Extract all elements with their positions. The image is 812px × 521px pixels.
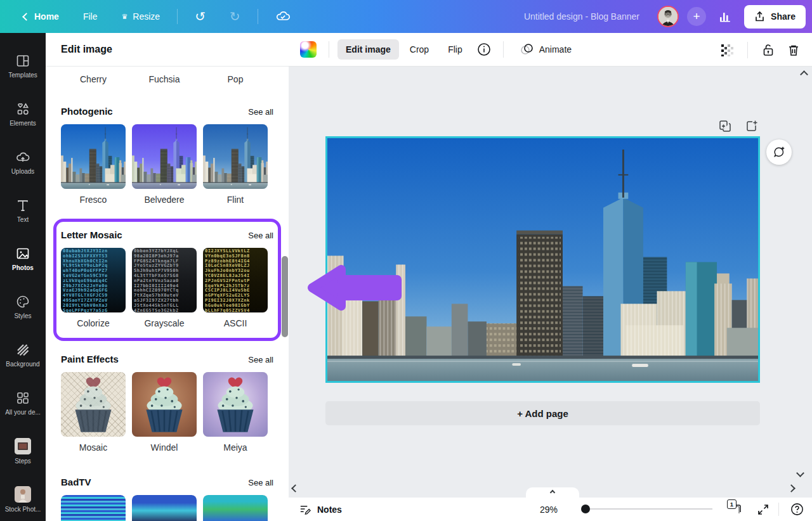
fullscreen-button[interactable] (752, 498, 775, 521)
zoom-slider-handle[interactable] (581, 505, 590, 513)
section-header-paint-effects: Paint Effects See all (61, 354, 273, 364)
filter-label: Mosaic (61, 442, 126, 453)
sidebar-item-background[interactable]: Background (0, 331, 46, 379)
scroll-right-chevron[interactable] (787, 484, 796, 492)
sidebar-label: Background (6, 361, 39, 368)
crop-button[interactable]: Crop (402, 39, 437, 60)
filter-thumbnail-colorize[interactable]: 08ubabJtXJY3Izn ohbI2S3XFXXYT53 XhnuXbXG… (61, 248, 126, 312)
sidebar-label: Styles (14, 312, 31, 319)
sidebar-item-elements[interactable]: Elements (0, 90, 46, 138)
section-title: Photogenic (61, 106, 113, 117)
home-button[interactable]: Home (11, 0, 71, 33)
panel-scrollbar[interactable] (282, 256, 288, 337)
scroll-up-chevron[interactable] (800, 70, 808, 79)
sidebar-item-text[interactable]: Text (0, 186, 46, 235)
scroll-down-chevron[interactable] (796, 469, 804, 477)
expand-panel-notch[interactable] (526, 487, 579, 498)
transparency-button[interactable] (716, 39, 738, 61)
filter-thumbnail-mosaic[interactable] (61, 372, 126, 437)
sidebar-item-uploads[interactable]: Uploads (0, 138, 46, 186)
sidebar-item-photos[interactable]: Photos (0, 235, 46, 283)
canvas-area[interactable]: + Add page (289, 67, 812, 498)
sidebar-item-styles[interactable]: Styles (0, 283, 46, 331)
filter-label[interactable]: Cherry (61, 74, 126, 84)
filter-label[interactable]: Pop (203, 74, 268, 84)
add-member-button[interactable]: + (687, 7, 706, 26)
filter-thumbnail-grayscale[interactable]: 0bben3YZ7bYJXqL 98a20I8P3ehJ97a FPG8SZ4T… (132, 248, 197, 312)
filter-thumbnail-fresco[interactable] (61, 124, 126, 189)
sidebar-label: Uploads (11, 168, 35, 175)
see-all-link[interactable]: See all (248, 231, 273, 240)
animate-label: Animate (539, 44, 572, 55)
zoom-percentage: 29% (528, 498, 558, 521)
animate-button[interactable]: Animate (512, 38, 580, 61)
resize-label: Resize (133, 11, 160, 22)
lock-button[interactable] (757, 39, 779, 61)
avatar[interactable] (657, 6, 679, 27)
file-menu-button[interactable]: File (71, 0, 110, 33)
add-page-button[interactable]: + Add page (325, 401, 760, 425)
file-label: File (83, 11, 98, 22)
share-upload-icon (754, 11, 765, 22)
scroll-left-chevron[interactable] (291, 484, 299, 492)
filter-label: Colorize (61, 318, 126, 328)
filter-label: Belvedere (132, 195, 197, 205)
sidebar-label: Elements (10, 120, 36, 127)
page-manager-button[interactable]: 1 (724, 498, 747, 521)
undo-button[interactable]: ↺ (183, 0, 218, 33)
comment-button[interactable] (766, 139, 792, 165)
top-bar: Home File ♛ Resize ↺ ↻ Untitled design -… (0, 0, 812, 33)
filter-thumbnail-badtv-1[interactable] (61, 495, 126, 521)
filter-label: Grayscale (132, 318, 197, 328)
see-all-link[interactable]: See all (248, 478, 273, 487)
filter-thumbnail-badtv-2[interactable] (132, 495, 197, 521)
back-chevron-icon (22, 13, 30, 21)
home-label: Home (34, 11, 59, 22)
filter-thumbnail-flint[interactable] (203, 124, 268, 189)
sidebar-label: Stock Phot... (5, 506, 41, 513)
resize-button[interactable]: ♛ Resize (109, 0, 172, 33)
divider (747, 42, 748, 58)
see-all-link[interactable]: See all (248, 355, 273, 364)
panel-title: Edit image (46, 33, 289, 67)
notes-button[interactable]: Notes (299, 498, 342, 521)
stock-photos-app-icon (15, 486, 31, 503)
context-toolbar: Edit image Crop Flip Animate (289, 33, 812, 67)
delete-button[interactable] (783, 39, 804, 61)
sidebar-item-stock-photos[interactable]: Stock Phot... (0, 475, 46, 521)
filter-thumbnail-meiya[interactable] (203, 372, 268, 437)
cloud-save-status-icon[interactable] (263, 0, 303, 33)
divider (503, 41, 504, 58)
color-filter-swatch[interactable] (300, 41, 317, 58)
sidebar-label: Text (17, 216, 29, 223)
share-button[interactable]: Share (744, 5, 806, 29)
section-header-photogenic: Photogenic See all (61, 106, 273, 117)
filter-label[interactable]: Fuchsia (132, 74, 197, 84)
see-all-link[interactable]: See all (248, 107, 273, 117)
zoom-slider[interactable] (582, 508, 712, 510)
sidebar-label: All your de... (5, 409, 41, 416)
filter-thumbnail-ascii[interactable]: 0I2JXYSLLVVktLZ VYn0bqE3oSJF8n8 Pz89zobh… (203, 248, 268, 312)
flip-button[interactable]: Flip (440, 39, 471, 60)
design-title[interactable]: Untitled design - Blog Banner (524, 0, 639, 33)
filter-thumbnail-badtv-3[interactable] (203, 495, 268, 521)
filter-thumbnail-belvedere[interactable] (132, 124, 197, 189)
filter-label: Meiya (203, 442, 268, 453)
filter-label: Windel (132, 442, 197, 453)
help-button[interactable] (785, 498, 808, 521)
sidebar-item-steps[interactable]: Steps (0, 427, 46, 475)
filter-thumbnail-windel[interactable] (132, 372, 197, 437)
sidebar-label: Templates (8, 72, 37, 79)
section-header-badtv: BadTV See all (61, 477, 273, 487)
duplicate-page-button[interactable] (717, 119, 733, 134)
photos-icon (15, 246, 30, 261)
edit-image-panel: Edit image Cherry Fuchsia Pop Photogenic… (46, 33, 289, 521)
sidebar-item-templates[interactable]: Templates (0, 42, 46, 90)
edit-image-tab[interactable]: Edit image (337, 39, 399, 60)
insights-chart-button[interactable] (714, 6, 736, 27)
sidebar-item-all-your-designs[interactable]: All your de... (0, 379, 46, 427)
info-button[interactable] (473, 39, 495, 60)
add-page-icon-button[interactable] (744, 119, 759, 134)
redo-button[interactable]: ↻ (218, 0, 252, 33)
text-icon (15, 198, 30, 213)
